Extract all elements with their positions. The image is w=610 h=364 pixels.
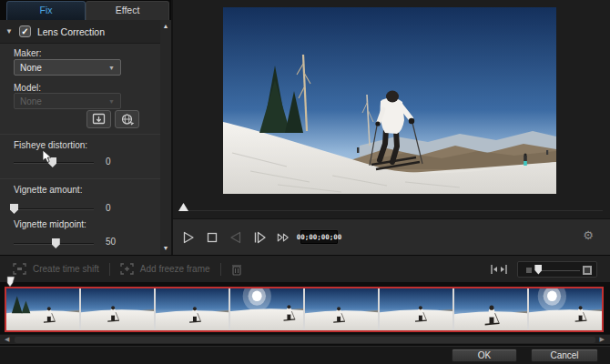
filmstrip-thumbnail[interactable] [6,288,79,330]
model-label: Model: [14,83,41,93]
scroll-up-icon[interactable]: ▲ [160,23,171,29]
check-icon: ✓ [21,27,28,36]
lens-correction-checkbox[interactable]: ✓ [19,25,31,37]
zoom-in-button[interactable] [583,266,592,275]
vignette-amount-slider-thumb[interactable] [10,204,18,214]
filmstrip-thumbnails [5,287,604,332]
lens-correction-window: Fix Effect ▼ ✓ Lens Correction Maker: No… [0,0,610,364]
delete-button [231,263,242,276]
divider [109,263,110,276]
maker-dropdown[interactable]: None ▼ [14,59,121,76]
zoom-slider-track[interactable] [538,270,580,271]
fisheye-slider-thumb[interactable] [48,157,56,167]
fisheye-distortion-value: 0 [106,157,111,167]
freeze-frame-icon [120,263,134,275]
scroll-right-icon[interactable]: ▶ [600,336,605,343]
timeline-toolbar: Create time shift Add freeze frame [0,255,610,282]
vignette-amount-value: 0 [106,203,111,213]
filmstrip-thumbnail[interactable] [156,288,229,330]
fisheye-distortion-label: Fisheye distortion: [14,140,87,150]
fix-panel: Fix Effect ▼ ✓ Lens Correction Maker: No… [0,0,171,255]
play-button[interactable] [182,231,195,244]
add-freeze-frame-button[interactable]: Add freeze frame [120,263,210,275]
gear-icon[interactable]: ⚙ [583,229,594,241]
create-time-shift-button[interactable]: Create time shift [13,263,99,275]
zoom-out-button[interactable] [526,268,532,273]
add-freeze-frame-label: Add freeze frame [140,264,210,274]
seek-bar[interactable] [178,210,603,211]
vignette-midpoint-slider[interactable] [14,243,94,245]
import-profile-icon [92,113,107,126]
collapse-arrow-icon[interactable]: ▼ [5,27,13,35]
next-frame-button[interactable] [253,231,266,244]
lens-correction-header: ▼ ✓ Lens Correction [0,20,171,44]
transport-bar: 00;00;00;00 [173,218,610,255]
timeline-zoom-control [517,261,597,278]
chevron-down-icon: ▼ [108,98,115,105]
filmstrip-thumbnail[interactable] [454,288,527,330]
preview-pane: 00;00;00;00 ⚙ [171,0,610,255]
scroll-down-icon[interactable]: ▼ [160,245,171,251]
vignette-amount-slider[interactable] [14,208,94,210]
tab-effect[interactable]: Effect [86,1,169,20]
lens-correction-title: Lens Correction [37,26,105,37]
scroll-left-icon[interactable]: ◀ [5,336,9,343]
filmstrip-section: ◀ ▶ [0,282,610,346]
ok-button[interactable]: OK [452,349,517,362]
filmstrip-thumbnail[interactable] [81,288,154,330]
stop-button[interactable] [206,231,219,244]
fast-forward-button[interactable] [277,231,290,244]
scrollbar-bar[interactable] [15,337,595,343]
timeline-playhead[interactable] [5,275,15,291]
vignette-amount-label: Vignette amount: [14,185,82,195]
model-value: None [20,96,42,106]
tab-fix[interactable]: Fix [6,1,86,20]
fit-timeline-icon [491,264,507,275]
import-profile-button[interactable] [86,110,111,128]
divider [0,134,160,135]
download-online-button[interactable] [115,110,139,128]
fit-timeline-button[interactable] [491,264,507,275]
vignette-midpoint-slider-thumb[interactable] [52,238,60,248]
divider [220,263,221,276]
chevron-down-icon: ▼ [108,65,115,71]
create-time-shift-label: Create time shift [33,264,99,274]
panel-scrollbar[interactable]: ▲ ▼ [160,20,171,255]
vignette-midpoint-value: 50 [106,237,116,247]
panel-tabs: Fix Effect [0,0,171,20]
filmstrip-thumbnail[interactable] [380,288,452,330]
trash-icon [231,263,242,276]
zoom-slider-thumb[interactable] [534,265,542,275]
previous-frame-button [229,231,242,244]
seek-thumb[interactable] [178,203,188,211]
vignette-midpoint-label: Vignette midpoint: [14,219,86,229]
timeline-scrollbar[interactable]: ◀ ▶ [0,334,610,344]
video-frame [223,7,556,194]
top-section: Fix Effect ▼ ✓ Lens Correction Maker: No… [0,0,610,255]
filmstrip-thumbnail[interactable] [305,288,378,330]
cancel-button[interactable]: Cancel [531,349,598,362]
video-preview[interactable] [223,7,556,194]
filmstrip-thumbnail[interactable] [230,288,303,330]
timecode-display: 00;00;00;00 [300,230,338,244]
divider [0,178,160,179]
maker-label: Maker: [14,48,42,58]
globe-download-icon [120,113,135,126]
dialog-footer: OK Cancel [0,346,610,364]
maker-value: None [20,63,42,73]
fisheye-distortion-slider[interactable] [14,162,94,164]
filmstrip-thumbnail[interactable] [529,288,602,330]
model-dropdown: None ▼ [14,93,121,109]
time-shift-icon [13,263,26,275]
